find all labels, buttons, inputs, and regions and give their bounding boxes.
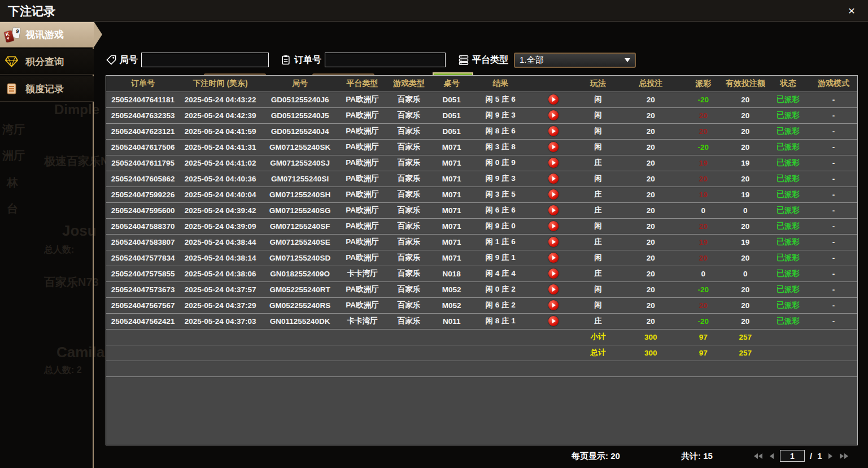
replay-play-icon[interactable] [548,126,559,136]
cell-table-no: M071 [432,250,471,266]
cell-bet-time: 2025-05-24 04:38:06 [180,266,261,281]
cell-valid-bet: 20 [725,297,766,313]
cell-round: GM071255240SJ [261,155,339,171]
cell-game-mode: - [810,218,857,234]
table-row: 250524047588370 2025-05-24 04:39:09 GM07… [106,218,857,234]
platform-type-value: 1.全部 [520,55,544,66]
replay-play-icon[interactable] [548,284,559,294]
platform-type-select[interactable]: 1.全部 [514,53,636,68]
replay-play-icon[interactable] [548,158,559,168]
order-number-input[interactable] [325,53,446,67]
cell-table-no: M071 [432,218,471,234]
col-valid-bet: 有效投注额 [725,76,766,92]
grand-total-label: 总计 [577,345,619,361]
replay-play-icon[interactable] [548,110,559,120]
cell-game-type: 百家乐 [386,281,432,297]
page-number-input[interactable] [780,450,805,462]
replay-play-icon[interactable] [548,94,559,105]
replay-play-icon[interactable] [548,253,559,263]
cell-play-type: 庄 [577,313,619,329]
cell-platform: PA欧洲厅 [339,139,385,155]
cell-round: GD051255240J5 [261,107,339,123]
close-icon[interactable]: × [844,3,859,18]
replay-play-icon[interactable] [548,268,559,279]
cell-play-type: 闲 [577,218,619,234]
cell-replay [530,281,577,297]
replay-play-icon[interactable] [548,174,559,184]
replay-play-icon[interactable] [548,237,559,247]
sidebar-item-label: 积分查询 [25,55,64,68]
backdrop-ghost-text: Josu [62,222,97,240]
cell-total-bet: 20 [619,297,682,313]
cell-table-no: M071 [432,139,471,155]
cell-order: 250524047577834 [106,250,180,266]
cell-payout: -20 [682,281,724,297]
cell-status: 已派彩 [766,266,810,281]
cell-replay [530,202,577,218]
cell-game-mode: - [810,171,857,187]
subtotal-total-bet: 300 [619,329,682,345]
replay-play-icon[interactable] [548,205,559,215]
cell-game-type: 百家乐 [386,250,432,266]
cell-table-no: D051 [432,92,471,107]
cell-bet-time: 2025-05-24 04:39:42 [180,202,261,218]
modal-title: 下注记录 [8,3,55,19]
cell-payout: 20 [682,297,724,313]
cell-game-mode: - [810,92,857,107]
sidebar-item-points-query[interactable]: 积分查询 [0,49,94,75]
cell-game-mode: - [810,123,857,139]
replay-play-icon[interactable] [548,189,559,200]
sidebar-item-quota-records[interactable]: 额度记录 [0,76,94,102]
first-page-button[interactable] [753,452,764,460]
cell-platform: 卡卡湾厅 [339,313,385,329]
cell-result: 闲 3 庄 8 [471,139,530,155]
cell-round: GM071255240SE [261,234,339,250]
cell-total-bet: 20 [619,266,682,281]
cell-total-bet: 20 [619,313,682,329]
cell-bet-time: 2025-05-24 04:41:02 [180,155,261,171]
subtotal-payout: 97 [682,329,724,345]
replay-play-icon[interactable] [548,316,559,326]
table-row: 250524047623121 2025-05-24 04:41:59 GD05… [106,123,857,139]
platform-type-label: 平台类型 [472,54,508,66]
cell-order: 250524047611795 [106,155,180,171]
cell-order: 250524047562421 [106,313,180,329]
cell-game-mode: - [810,107,857,123]
col-total-bet: 总投注 [619,76,682,92]
replay-play-icon[interactable] [548,221,559,231]
cell-payout: 19 [682,234,724,250]
cell-platform: PA欧洲厅 [339,155,385,171]
cell-status: 已派彩 [766,281,810,297]
cell-table-no: M052 [432,281,471,297]
cell-table-no: M071 [432,155,471,171]
cell-round: GD051255240J6 [261,92,339,107]
cell-result: 闲 3 庄 5 [471,187,530,202]
cell-play-type: 闲 [577,250,619,266]
cell-game-type: 百家乐 [386,155,432,171]
cell-bet-time: 2025-05-24 04:38:14 [180,250,261,266]
cell-total-bet: 20 [619,171,682,187]
cell-total-bet: 20 [619,187,682,202]
grand-total-valid-bet: 257 [725,345,766,361]
diamond-icon [5,56,20,67]
last-page-button[interactable] [839,452,849,460]
cell-table-no: M071 [432,202,471,218]
cell-bet-time: 2025-05-24 04:40:04 [180,187,261,202]
table-row: 250524047641181 2025-05-24 04:43:22 GD05… [106,92,857,107]
cell-payout: -20 [682,313,724,329]
clipboard-icon [280,54,291,66]
replay-play-icon[interactable] [548,142,559,152]
previous-page-button[interactable] [769,452,775,460]
round-number-input[interactable] [141,53,269,67]
cell-status: 已派彩 [766,155,810,171]
next-page-button[interactable] [827,452,834,460]
replay-play-icon[interactable] [548,300,559,310]
cell-game-type: 百家乐 [386,297,432,313]
cell-bet-time: 2025-05-24 04:39:09 [180,218,261,234]
cell-order: 250524047617506 [106,139,180,155]
sidebar-item-video-games[interactable]: 9 K♥ 视讯游戏 [0,22,94,47]
per-page-text: 每页显示: 20 [572,451,620,462]
cell-order: 250524047641181 [106,92,180,107]
cell-table-no: N018 [432,266,471,281]
grand-total-total-bet: 300 [619,345,682,361]
